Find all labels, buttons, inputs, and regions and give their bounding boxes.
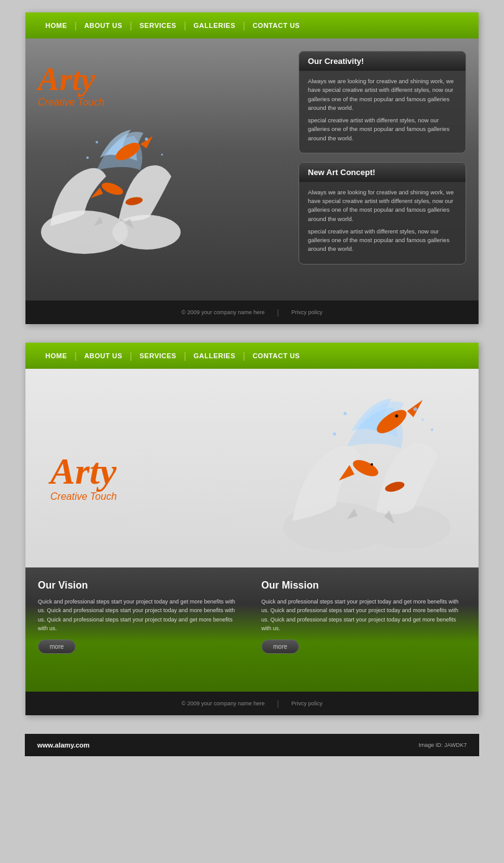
- footer-sep-2: |: [277, 699, 279, 708]
- mockup-1: HOME | ABOUT US | SERVICES | GALLERIES |…: [25, 12, 479, 324]
- nav-contact-1[interactable]: CONTACT US: [245, 22, 307, 29]
- nav-services-1[interactable]: SERVICES: [132, 22, 184, 29]
- info-card-creativity: Our Creativity! Always we are looking fo…: [299, 51, 466, 153]
- nav-about-2[interactable]: ABOUT US: [77, 352, 130, 359]
- info-card-1-body: Always we are looking for creative and s…: [299, 71, 466, 153]
- nav-services-2[interactable]: SERVICES: [132, 352, 184, 359]
- bottom-bar: www.alamy.com Image ID: JAWDK7: [25, 734, 479, 756]
- brand-title-1: Arty: [38, 63, 286, 96]
- nav-about-1[interactable]: ABOUT US: [77, 22, 130, 29]
- mockup2-info-section: Our Vision Quick and professional steps …: [25, 567, 479, 692]
- nav-bar-2: HOME | ABOUT US | SERVICES | GALLERIES |…: [25, 343, 479, 369]
- info-col-vision: Our Vision Quick and professional steps …: [38, 580, 243, 679]
- info-card-1-header: Our Creativity!: [299, 52, 466, 71]
- svg-point-18: [431, 428, 433, 431]
- info-card-2-body: Always we are looking for creative and s…: [299, 182, 466, 264]
- nav-galleries-2[interactable]: GALLERIES: [186, 352, 243, 359]
- mission-more-button[interactable]: more: [261, 639, 299, 654]
- brand-subtitle-2: Creative Touch: [50, 491, 255, 502]
- svg-point-19: [333, 433, 336, 436]
- svg-point-7: [161, 154, 163, 156]
- mockup1-body: Arty Creative Touch: [25, 38, 479, 324]
- nav-home-2[interactable]: HOME: [38, 352, 74, 359]
- svg-point-16: [344, 412, 347, 415]
- footer-sep-1: |: [277, 308, 279, 317]
- svg-point-3: [100, 180, 124, 197]
- info-card-1-para2: special creative artist with different s…: [308, 116, 457, 143]
- mockup2-right: [268, 387, 466, 555]
- mockup1-hero: Arty Creative Touch: [25, 38, 479, 300]
- footer-privacy-2[interactable]: Privcy policy: [291, 700, 322, 707]
- svg-point-10: [364, 505, 451, 549]
- info-card-2-header: New Art Concept!: [299, 163, 466, 182]
- svg-point-6: [145, 138, 148, 141]
- footer-copyright-2: © 2009 your company name here: [182, 700, 265, 707]
- info-card-2-para2: special creative artist with different s…: [308, 227, 457, 254]
- footer-privacy-1[interactable]: Privcy policy: [291, 309, 322, 315]
- svg-point-14: [371, 463, 373, 466]
- fish-bowl-2: [274, 387, 460, 555]
- mockup2-hero: Arty Creative Touch: [25, 369, 479, 567]
- alamy-logo: www.alamy.com: [37, 741, 89, 749]
- mockup-2: HOME | ABOUT US | SERVICES | GALLERIES |…: [25, 343, 479, 715]
- fish-bowl-1: [38, 120, 187, 257]
- svg-point-20: [422, 419, 424, 421]
- nav-bar-1: HOME | ABOUT US | SERVICES | GALLERIES |…: [25, 12, 479, 38]
- mission-text: Quick and professional steps start your …: [261, 597, 466, 633]
- svg-point-17: [413, 407, 417, 411]
- image-id: Image ID: JAWDK7: [418, 742, 467, 748]
- info-card-1-para1: Always we are looking for creative and s…: [308, 77, 457, 112]
- brand-subtitle-1: Creative Touch: [38, 97, 286, 108]
- mission-title: Our Mission: [261, 580, 466, 591]
- info-card-concept: New Art Concept! Always we are looking f…: [299, 162, 466, 264]
- mockup2-body: Arty Creative Touch: [25, 369, 479, 715]
- svg-point-5: [96, 141, 98, 143]
- mockup2-left: Arty Creative Touch: [50, 387, 255, 555]
- svg-point-12: [395, 415, 398, 418]
- info-card-2-para1: Always we are looking for creative and s…: [308, 188, 457, 224]
- nav-galleries-1[interactable]: GALLERIES: [186, 22, 243, 29]
- mockup1-footer: © 2009 your company name here | Privcy p…: [25, 300, 479, 324]
- nav-home-1[interactable]: HOME: [38, 22, 74, 29]
- footer-copyright-1: © 2009 your company name here: [182, 309, 265, 315]
- brand-title-2: Arty: [50, 453, 255, 490]
- svg-point-8: [86, 156, 89, 159]
- vision-text: Quick and professional steps start your …: [38, 597, 243, 633]
- mockup1-left: Arty Creative Touch: [38, 51, 286, 294]
- vision-title: Our Vision: [38, 580, 243, 591]
- nav-contact-2[interactable]: CONTACT US: [245, 352, 307, 359]
- mockup2-footer: © 2009 your company name here | Privcy p…: [25, 692, 479, 715]
- mockup1-right: Our Creativity! Always we are looking fo…: [299, 51, 466, 294]
- info-col-mission: Our Mission Quick and professional steps…: [261, 580, 466, 679]
- vision-more-button[interactable]: more: [38, 639, 76, 654]
